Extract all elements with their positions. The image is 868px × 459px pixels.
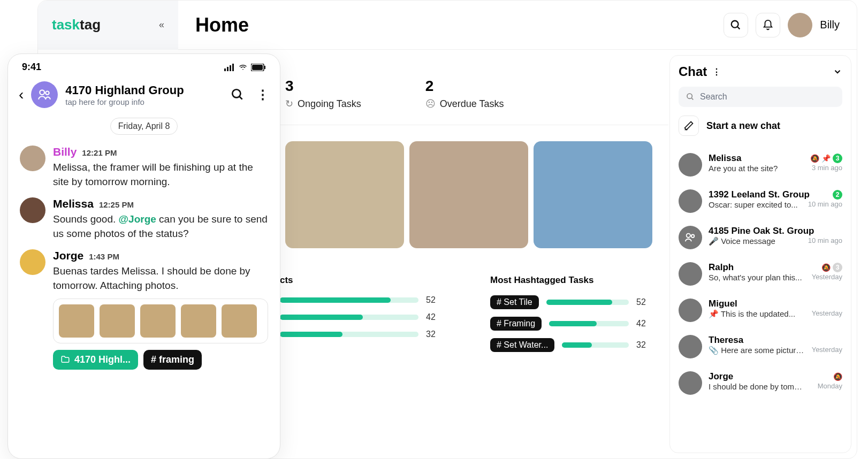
start-new-chat-button[interactable]: Start a new chat	[679, 116, 842, 136]
mobile-clock: 9:41	[22, 62, 41, 73]
svg-line-16	[239, 96, 242, 99]
date-pill: Friday, April 8	[110, 118, 178, 135]
notifications-button[interactable]	[756, 13, 780, 37]
chat-list-item[interactable]: 1392 Leeland St. Group2Oscar: super exci…	[679, 183, 842, 219]
chat-panel-header: Chat ⋮	[679, 64, 842, 79]
search-button[interactable]	[724, 13, 748, 37]
mention-link[interactable]: @Jorge	[119, 213, 156, 225]
sidebar-header: tasktag «	[38, 1, 178, 50]
hashtag-pill[interactable]: # Set Tile	[490, 295, 539, 309]
photo-thumbnail[interactable]	[285, 141, 404, 248]
collapse-sidebar-icon[interactable]: «	[159, 19, 164, 30]
photo-thumbnail[interactable]	[59, 304, 94, 338]
message-avatar	[20, 249, 45, 275]
chat-list-item[interactable]: Jorge🔕I should be done by tomor...Monday	[679, 365, 842, 401]
hashtag-tag[interactable]: # framing	[143, 350, 202, 370]
chat-avatar	[679, 153, 702, 177]
chat-avatar	[679, 189, 702, 213]
hashtag-col-1: cts 52 42 32	[280, 275, 442, 359]
mobile-status-bar: 9:41	[8, 54, 280, 76]
svg-point-2	[687, 94, 692, 98]
svg-line-1	[737, 26, 740, 29]
refresh-icon: ↻	[285, 98, 293, 110]
page-title: Home	[195, 14, 249, 36]
chat-name: 1392 Leeland St. Group	[709, 189, 810, 200]
svg-rect-11	[252, 65, 263, 70]
chat-time: Yesterday	[812, 309, 842, 319]
svg-rect-7	[227, 67, 229, 71]
chat-time: 10 min ago	[808, 200, 842, 209]
mobile-group-subtitle: tap here for group info	[65, 97, 184, 106]
mic-icon: 🎤	[709, 236, 719, 246]
svg-point-4	[687, 234, 690, 238]
hashtag-col-2: Most Hashtagged Tasks # Set Tile52 # Fra…	[490, 275, 652, 359]
topbar: tasktag « Home Billy	[38, 1, 857, 50]
photo-thumbnail[interactable]	[409, 141, 528, 248]
hashtag-row: 32	[280, 330, 442, 339]
stat-ongoing: 3 ↻Ongoing Tasks	[285, 78, 361, 110]
photo-thumbnail[interactable]	[534, 141, 652, 248]
hashtag-pill[interactable]: # Framing	[490, 317, 542, 331]
svg-point-14	[45, 91, 49, 95]
search-icon	[730, 19, 742, 31]
logo: tasktag	[52, 17, 101, 33]
photo-thumbnail[interactable]	[140, 304, 176, 338]
photo-thumbnail[interactable]	[100, 304, 135, 338]
message-sender: Melissa	[53, 197, 94, 210]
chat-avatar	[679, 262, 702, 286]
chat-list-item[interactable]: Theresa📎 Here are some pictures...Yester…	[679, 328, 842, 365]
search-icon[interactable]	[231, 88, 245, 102]
user-avatar[interactable]	[788, 13, 812, 37]
chat-name: Ralph	[709, 262, 734, 273]
chat-preview: Oscar: super excited to...	[709, 200, 798, 209]
chat-message: Billy12:21 PM Melissa, the framer will b…	[8, 142, 280, 194]
wifi-icon	[238, 64, 248, 71]
new-chat-label: Start a new chat	[706, 120, 780, 132]
chat-name: Melissa	[709, 153, 741, 164]
chat-list-item[interactable]: Melissa🔕📌3Are you at the site?3 min ago	[679, 147, 842, 183]
chat-menu-icon[interactable]: ⋮	[712, 67, 721, 77]
chat-list-item[interactable]: Ralph🔕3So, what's your plan this...Yeste…	[679, 256, 842, 292]
stat-label: ☹Overdue Tasks	[425, 98, 504, 110]
chat-avatar	[679, 299, 702, 322]
chat-message: Jorge1:43 PM Buenas tardes Melissa. I sh…	[8, 246, 280, 374]
chat-list-item[interactable]: 4185 Pine Oak St. Group🎤 Voice message10…	[679, 219, 842, 256]
mute-icon: 🔕	[833, 372, 842, 381]
message-sender[interactable]: Billy	[53, 146, 77, 158]
chat-list-item[interactable]: Miguel📌 This is the updated...Yesterday	[679, 292, 842, 328]
message-sender: Jorge	[53, 249, 83, 262]
signal-icon	[224, 64, 235, 71]
chat-search-input[interactable]: Search	[679, 87, 842, 107]
mute-icon: 🔕	[810, 154, 819, 163]
project-tag[interactable]: 4170 Highl...	[53, 350, 138, 370]
chat-name: Jorge	[709, 371, 733, 382]
photo-thumbnail[interactable]	[222, 304, 257, 338]
back-icon[interactable]: ‹	[19, 86, 24, 103]
message-avatar	[20, 197, 45, 223]
chat-avatar	[679, 335, 702, 358]
svg-rect-12	[264, 66, 265, 69]
chat-name: 4185 Pine Oak St. Group	[709, 226, 814, 236]
group-avatar[interactable]	[31, 81, 58, 108]
chat-title: Chat	[679, 64, 707, 79]
chat-panel: Chat ⋮ Search Start a new chat Melissa🔕📌…	[669, 55, 851, 453]
svg-point-0	[732, 20, 738, 27]
mobile-header-titles[interactable]: 4170 Highland Group tap here for group i…	[65, 83, 184, 106]
more-icon[interactable]: ⋮	[256, 87, 269, 102]
hashtag-pill[interactable]: # Set Water...	[490, 338, 554, 352]
hashtag-row: # Framing42	[490, 317, 652, 331]
unread-badge: 3	[833, 154, 842, 163]
message-time: 12:25 PM	[99, 200, 134, 209]
chat-avatar	[679, 371, 702, 395]
message-time: 1:43 PM	[89, 252, 119, 261]
photo-thumbnail[interactable]	[181, 304, 216, 338]
topbar-actions: Billy	[724, 13, 840, 37]
mobile-group-name: 4170 Highland Group	[65, 83, 184, 97]
hashtag-row: # Set Water...32	[490, 338, 652, 352]
mobile-chat-header: ‹ 4170 Highland Group tap here for group…	[8, 76, 280, 113]
collapse-chat-icon[interactable]	[833, 67, 842, 76]
topbar-main: Home Billy	[178, 13, 857, 37]
chat-preview: 📎 Here are some pictures...	[709, 346, 805, 355]
stat-overdue: 2 ☹Overdue Tasks	[425, 78, 504, 110]
svg-point-15	[232, 89, 240, 97]
